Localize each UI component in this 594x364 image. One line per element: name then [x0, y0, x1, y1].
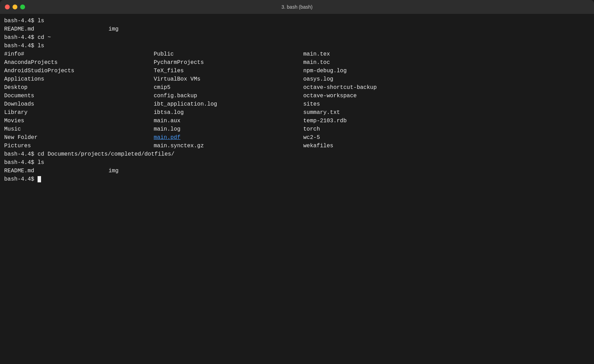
terminal-window: 3. bash (bash) bash-4.4$ ls README.mdimg…	[0, 0, 594, 364]
traffic-lights	[5, 5, 25, 9]
term-line: Downloads ibt_application.log sites	[4, 100, 590, 108]
term-line: Library ibtsa.log summary.txt	[4, 108, 590, 117]
term-line: bash-4.4$ ls	[4, 17, 590, 25]
term-line: bash-4.4$ ls	[4, 158, 590, 167]
term-line: bash-4.4$ cd Documents/projects/complete…	[4, 150, 590, 158]
term-line: README.mdimg	[4, 167, 590, 175]
terminal-body[interactable]: bash-4.4$ ls README.mdimg bash-4.4$ cd ~…	[0, 14, 594, 364]
close-button[interactable]	[5, 5, 10, 9]
term-line: #info# Public main.tex	[4, 50, 590, 58]
term-line: New Folder main.pdf wc2-5	[4, 133, 590, 142]
cursor	[38, 176, 41, 182]
term-line: bash-4.4$ ls	[4, 42, 590, 50]
term-line: Movies main.aux temp-2103.rdb	[4, 117, 590, 125]
term-line: AnacondaProjects PycharmProjects main.to…	[4, 58, 590, 67]
term-line: README.mdimg	[4, 25, 590, 33]
maximize-button[interactable]	[20, 5, 25, 9]
term-line: bash-4.4$ cd ~	[4, 33, 590, 42]
term-line: AndroidStudioProjects TeX_files npm-debu…	[4, 67, 590, 75]
term-line: Music main.log torch	[4, 125, 590, 133]
term-line: Pictures main.synctex.gz wekafiles	[4, 142, 590, 150]
minimize-button[interactable]	[13, 5, 17, 9]
term-line: Desktop cmip5 octave-shortcut-backup	[4, 83, 590, 92]
term-line: Documents config.backup octave-workspace	[4, 92, 590, 100]
term-line: Applications VirtualBox VMs oasys.log	[4, 75, 590, 83]
term-prompt-cursor: bash-4.4$	[4, 175, 590, 183]
window-title: 3. bash (bash)	[281, 4, 313, 10]
titlebar: 3. bash (bash)	[0, 0, 594, 14]
